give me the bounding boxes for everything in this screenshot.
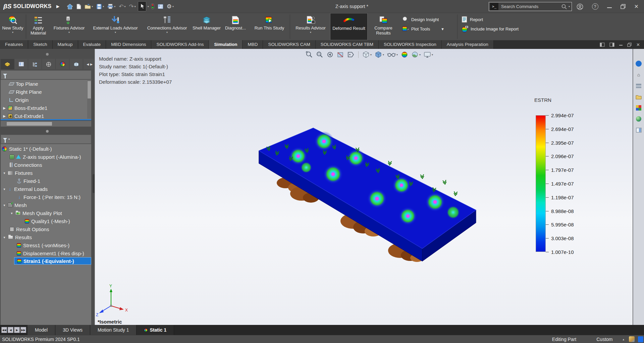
view-orientation-icon[interactable]: ▾ xyxy=(362,51,372,58)
options-dropdown-icon[interactable]: ▾ xyxy=(172,5,174,8)
expander-icon[interactable]: ▾ xyxy=(3,171,6,175)
tree-item-displacement1[interactable]: Displacement1 (-Res disp-) xyxy=(1,249,91,257)
shell-manager-button[interactable]: Shell Manager xyxy=(192,13,221,40)
task-pane-button[interactable] xyxy=(156,1,165,11)
tab-solidworks-add-ins[interactable]: SOLIDWORKS Add-Ins xyxy=(151,40,209,49)
tab-mbd[interactable]: MBD xyxy=(243,40,263,49)
tab-3d-views[interactable]: 3D Views xyxy=(55,325,90,335)
displaymanager-tab[interactable] xyxy=(56,59,69,69)
search-icon[interactable] xyxy=(561,4,567,10)
hide-show-items-icon[interactable]: ▾ xyxy=(387,51,398,58)
next-tab-icon[interactable]: ▶ xyxy=(14,327,20,333)
save-dropdown-icon[interactable]: ▾ xyxy=(103,5,104,8)
expander-icon[interactable]: ▶ xyxy=(3,114,6,118)
account-icon[interactable] xyxy=(577,3,583,10)
rollback-bar[interactable] xyxy=(1,119,91,120)
strain-result-model[interactable] xyxy=(245,121,500,268)
section-view-icon[interactable] xyxy=(337,51,344,58)
tab-analysis-preparation[interactable]: Analysis Preparation xyxy=(442,40,494,49)
external-loads-advisor-button[interactable]: External Loads Advisor▾ xyxy=(89,13,142,40)
previous-view-icon[interactable] xyxy=(326,51,334,58)
pane-right-icon[interactable] xyxy=(609,43,614,47)
tree-item-fixed-1[interactable]: Fixed-1 xyxy=(1,177,91,185)
expander-icon[interactable]: ▾ xyxy=(3,203,6,207)
restore-button[interactable] xyxy=(621,4,626,9)
expander-icon[interactable]: ▾ xyxy=(10,211,13,215)
menu-flyout-arrow-icon[interactable]: ▶ xyxy=(56,4,59,9)
study-tree-filter-bar[interactable]: ▾ xyxy=(1,135,91,144)
open-dropdown-icon[interactable]: ▾ xyxy=(92,5,93,8)
cam-tree-tab[interactable] xyxy=(69,59,83,69)
run-this-study-button[interactable]: Run This Study xyxy=(250,13,289,40)
tab-features[interactable]: Features xyxy=(0,40,28,49)
results-advisor-dropdown-icon[interactable]: ▾ xyxy=(310,31,311,34)
tab-static-1[interactable]: Static 1 xyxy=(137,325,174,335)
deformed-result-button[interactable]: Deformed Result xyxy=(330,13,368,40)
tab-solidworks-cam-tbm[interactable]: SOLIDWORKS CAM TBM xyxy=(316,40,379,49)
tree-item-mesh-quality-plot[interactable]: ▾ Mesh Quality Plot xyxy=(1,209,91,217)
configurationmanager-tab[interactable] xyxy=(28,59,42,69)
tab-model[interactable]: Model xyxy=(28,325,55,335)
search-dropdown-icon[interactable]: ▾ xyxy=(569,5,570,8)
home-tab-icon[interactable]: ⌂ xyxy=(635,71,642,78)
help-icon[interactable]: ? xyxy=(592,3,598,10)
dropdown-icon[interactable]: ▾ xyxy=(419,53,421,56)
dropdown-icon[interactable]: ▾ xyxy=(432,53,433,56)
tree-item-strain1-selected[interactable]: Strain1 (-Equivalent-) xyxy=(14,257,91,265)
undo-button[interactable]: ↶▾ xyxy=(117,1,127,11)
custom-properties-icon[interactable] xyxy=(635,127,642,133)
panel-collapse-handle[interactable] xyxy=(46,53,49,56)
appearances-scenes-icon[interactable] xyxy=(635,116,642,122)
connections-advisor-button[interactable]: Connections Advisor▾ xyxy=(142,13,192,40)
open-file-button[interactable]: ▾ xyxy=(83,1,94,11)
graphics-viewport[interactable]: Model name: Z-axis supportStudy name: St… xyxy=(95,49,633,325)
external-loads-dropdown-icon[interactable]: ▾ xyxy=(115,31,116,34)
tab-evaluate[interactable]: Evaluate xyxy=(78,40,106,49)
tree-item-external-loads[interactable]: ▾ ↓ External Loads xyxy=(1,185,91,193)
file-explorer-icon[interactable] xyxy=(635,93,642,100)
include-image-for-report-button[interactable]: Include Image for Report xyxy=(461,25,539,32)
diagnostics-button[interactable]: Diagnost... xyxy=(221,13,250,40)
apply-scene-icon[interactable]: ▾ xyxy=(411,51,421,58)
new-study-button[interactable]: New Study▾ xyxy=(1,13,25,40)
fixtures-advisor-dropdown-icon[interactable]: ▾ xyxy=(68,31,70,34)
first-tab-icon[interactable]: ◀◀ xyxy=(1,327,7,333)
scrollbar-thumb[interactable] xyxy=(7,122,52,126)
dropdown-icon[interactable]: ▾ xyxy=(370,53,372,56)
expander-icon[interactable]: ▶ xyxy=(3,106,6,110)
tree-item-stress1[interactable]: Stress1 (-vonMises-) xyxy=(1,241,91,249)
tab-sketch[interactable]: Sketch xyxy=(28,40,52,49)
dropdown-icon[interactable]: ▾ xyxy=(383,53,384,56)
connections-dropdown-icon[interactable]: ▾ xyxy=(166,31,168,34)
tree-item-fixtures[interactable]: ▾ Fixtures xyxy=(1,169,91,177)
zoom-to-area-icon[interactable] xyxy=(316,51,323,58)
select-tool-button[interactable] xyxy=(138,1,146,11)
tree-item-static-study[interactable]: Static 1* (-Default-) xyxy=(1,145,91,153)
prev-tab-icon[interactable]: ◀ xyxy=(8,327,13,333)
tree-item-quality1[interactable]: Quality1 (-Mesh-) xyxy=(1,217,91,225)
display-style-icon[interactable]: ▾ xyxy=(375,51,384,58)
tree-item-boss-extrude1[interactable]: ▶ Boss-Extrude1 xyxy=(1,104,91,112)
display-state-label[interactable]: Custom xyxy=(586,337,623,342)
last-tab-icon[interactable]: ▶▶ xyxy=(20,327,26,333)
doc-minimize-icon[interactable] xyxy=(619,44,623,46)
select-dropdown-icon[interactable]: ▾ xyxy=(148,5,149,8)
expander-icon[interactable]: ▾ xyxy=(3,235,6,239)
tag-icon[interactable] xyxy=(629,336,635,342)
tree-item-origin[interactable]: Origin xyxy=(1,96,91,104)
tab-simulation[interactable]: Simulation xyxy=(209,40,243,49)
save-button[interactable]: ▾ xyxy=(95,1,105,11)
design-insight-button[interactable]: Design Insight xyxy=(402,16,456,23)
dynamic-annotation-views-icon[interactable] xyxy=(347,51,355,58)
results-advisor-button[interactable]: Results Advisor▾ xyxy=(291,13,330,40)
panel-splitter-handle[interactable] xyxy=(46,130,49,133)
tab-solidworks-cam[interactable]: SOLIDWORKS CAM xyxy=(263,40,315,49)
new-study-dropdown-icon[interactable]: ▾ xyxy=(12,31,13,34)
compare-results-button[interactable]: Compare Results xyxy=(368,13,399,40)
edit-appearance-icon[interactable] xyxy=(401,51,408,58)
fixtures-advisor-button[interactable]: Fixtures Advisor▾ xyxy=(49,13,89,40)
tree-item-top-plane[interactable]: Top Plane xyxy=(1,80,91,88)
view-palette-icon[interactable] xyxy=(635,105,642,111)
tree-item-connections[interactable]: Connections xyxy=(1,161,91,169)
report-button[interactable]: Report xyxy=(461,16,539,23)
